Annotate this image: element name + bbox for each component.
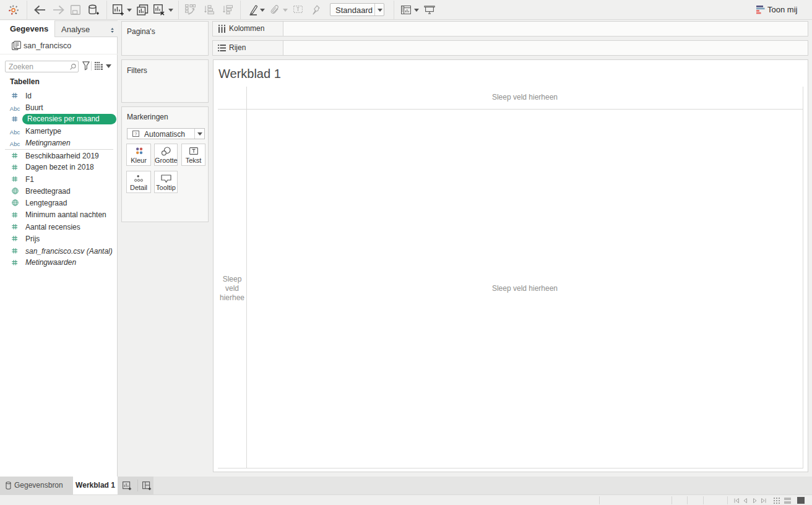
svg-text:?: ? [135, 132, 137, 136]
